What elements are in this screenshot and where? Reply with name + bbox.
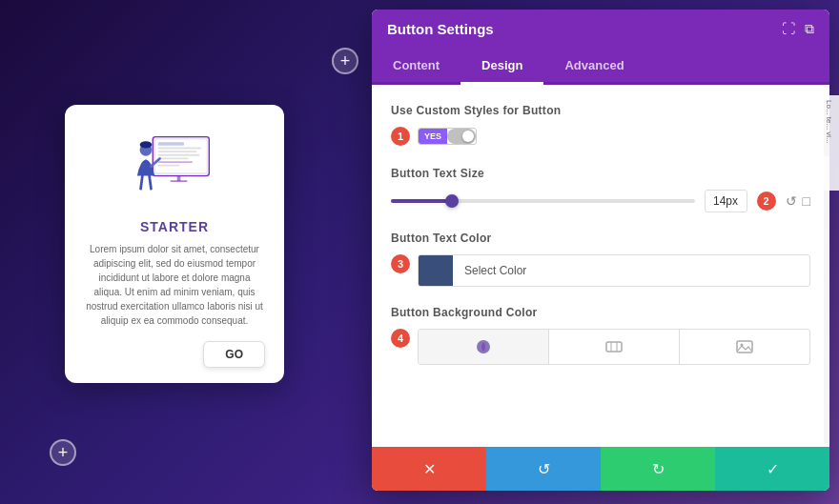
right-hint-panel: Lo... te... vi... bbox=[818, 95, 839, 191]
text-size-row: 14px 2 ↺ □ bbox=[391, 190, 810, 212]
custom-styles-toggle[interactable]: YES bbox=[418, 128, 477, 145]
tabs-bar: Content Design Advanced bbox=[372, 49, 829, 85]
custom-styles-label: Use Custom Styles for Button bbox=[391, 104, 810, 117]
svg-rect-10 bbox=[170, 180, 187, 182]
slider-track[interactable] bbox=[391, 199, 695, 203]
settings-content: Use Custom Styles for Button 1 YES Butto… bbox=[372, 85, 829, 447]
toggle-switch[interactable] bbox=[447, 129, 476, 144]
settings-panel: Button Settings ⛶ ⧉ Content Design Advan… bbox=[372, 10, 829, 491]
svg-rect-8 bbox=[158, 164, 180, 166]
card-description: Lorem ipsum dolor sit amet, consectetur … bbox=[84, 242, 265, 328]
slider-row: 14px 2 ↺ □ bbox=[391, 190, 810, 212]
settings-header: Button Settings ⛶ ⧉ bbox=[372, 10, 829, 49]
tab-content[interactable]: Content bbox=[372, 49, 460, 85]
step-badge-3: 3 bbox=[391, 254, 410, 273]
color-swatch[interactable] bbox=[419, 255, 453, 286]
bg-color-label: Button Background Color bbox=[391, 306, 810, 319]
svg-rect-2 bbox=[158, 142, 184, 146]
custom-styles-row: 1 YES bbox=[391, 127, 810, 146]
tab-advanced[interactable]: Advanced bbox=[543, 49, 645, 85]
bg-color-solid[interactable] bbox=[419, 330, 549, 364]
slider-icons: ↺ □ bbox=[786, 193, 810, 209]
svg-rect-4 bbox=[158, 151, 197, 152]
color-picker-row[interactable]: Select Color bbox=[418, 254, 810, 287]
text-color-section: Button Text Color 3 Select Color bbox=[391, 232, 810, 287]
cancel-button[interactable]: ✕ bbox=[372, 447, 486, 491]
step-badge-4: 4 bbox=[391, 329, 410, 348]
go-button[interactable]: GO bbox=[203, 341, 265, 368]
card-title: STARTER bbox=[140, 219, 209, 234]
expand-icon[interactable]: ⛶ bbox=[782, 21, 795, 37]
redo-button[interactable]: ↻ bbox=[601, 447, 715, 491]
bg-color-options bbox=[418, 329, 810, 365]
settings-footer: ✕ ↺ ↻ ✓ bbox=[372, 447, 829, 491]
bg-color-section: Button Background Color 4 bbox=[391, 306, 810, 365]
slider-value[interactable]: 14px bbox=[705, 190, 747, 212]
add-section-button-top[interactable]: + bbox=[332, 48, 358, 74]
select-color-label[interactable]: Select Color bbox=[453, 264, 809, 277]
text-size-label: Button Text Size bbox=[391, 167, 810, 180]
text-size-section: Button Text Size 14px 2 ↺ □ bbox=[391, 167, 810, 212]
device-icon[interactable]: □ bbox=[803, 193, 810, 209]
right-hint-text: Lo... te... vi... bbox=[825, 100, 833, 144]
add-section-button-bottom[interactable]: + bbox=[50, 439, 76, 466]
svg-rect-17 bbox=[606, 342, 622, 352]
text-color-row: 3 Select Color bbox=[391, 254, 810, 287]
step-badge-2: 2 bbox=[757, 192, 776, 211]
tab-design[interactable]: Design bbox=[460, 49, 543, 85]
svg-line-13 bbox=[141, 175, 143, 189]
bg-color-image[interactable] bbox=[680, 330, 809, 364]
starter-card: STARTER Lorem ipsum dolor sit amet, cons… bbox=[65, 105, 284, 383]
svg-line-14 bbox=[150, 175, 152, 189]
reset-icon[interactable]: ↺ bbox=[786, 193, 797, 209]
bg-color-gradient[interactable] bbox=[549, 330, 680, 364]
slider-thumb[interactable] bbox=[445, 194, 459, 208]
undo-button[interactable]: ↺ bbox=[486, 447, 601, 491]
toggle-yes-label: YES bbox=[419, 129, 447, 144]
step-badge-1: 1 bbox=[391, 127, 410, 146]
card-illustration bbox=[122, 124, 227, 210]
header-actions: ⛶ ⧉ bbox=[782, 21, 814, 37]
settings-title: Button Settings bbox=[387, 21, 494, 37]
svg-rect-20 bbox=[737, 341, 752, 353]
text-color-label: Button Text Color bbox=[391, 232, 810, 245]
confirm-button[interactable]: ✓ bbox=[715, 447, 829, 491]
bg-color-row: 4 bbox=[391, 329, 810, 365]
svg-rect-7 bbox=[158, 161, 193, 163]
svg-rect-3 bbox=[158, 147, 201, 149]
svg-point-15 bbox=[140, 141, 153, 148]
slider-fill bbox=[391, 199, 452, 203]
columns-icon[interactable]: ⧉ bbox=[805, 21, 814, 37]
svg-rect-5 bbox=[158, 153, 200, 155]
svg-rect-6 bbox=[158, 157, 189, 159]
